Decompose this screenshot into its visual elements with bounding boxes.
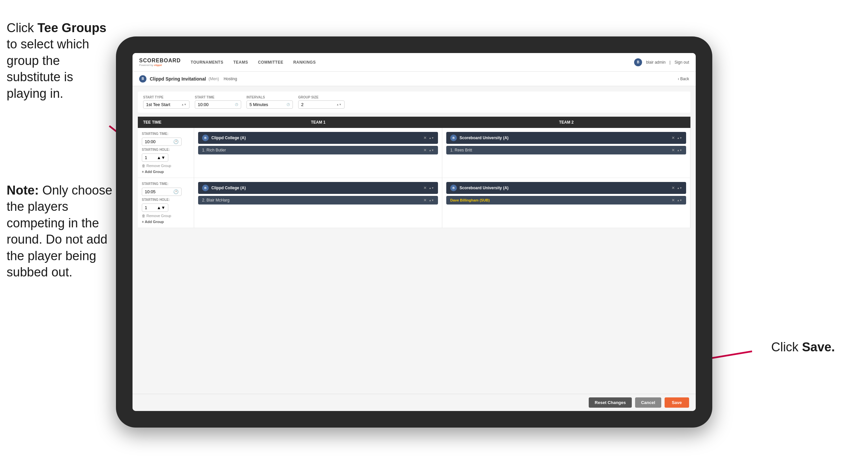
start-time-input[interactable]: 10:00 🕐: [195, 100, 241, 109]
team2-cell-1: B Scoreboard University (A) ✕ ▲▼ 1. Rees…: [442, 128, 690, 178]
save-button[interactable]: Save: [664, 398, 689, 408]
start-time-spinners: 🕐: [235, 103, 238, 106]
user-name: blair admin: [646, 60, 665, 65]
tablet-screen: SCOREBOARD Powered by clippd TOURNAMENTS…: [132, 53, 696, 411]
team-spin-1-2[interactable]: ▲▼: [429, 186, 434, 189]
remove-group-btn-1[interactable]: 🗑 Remove Group: [142, 164, 190, 168]
starting-hole-input-2[interactable]: 1 ▲▼: [142, 204, 168, 212]
team1-2-entry-left: B Clippd College (A): [202, 185, 246, 191]
start-type-label: Start Type: [143, 95, 189, 99]
nav-rankings[interactable]: RANKINGS: [293, 59, 316, 66]
add-group-btn-2[interactable]: + Add Group: [142, 220, 190, 224]
player-spin-2-1[interactable]: ▲▼: [677, 149, 682, 152]
team-remove-btn-1-1[interactable]: ✕: [424, 136, 427, 140]
team2-spin-2[interactable]: ▲▼: [677, 186, 682, 189]
team2-entry-right: ✕ ▲▼: [672, 136, 682, 140]
starting-time-input-1[interactable]: 10:00 🕐: [142, 138, 182, 146]
logo-powered: Powered by clippd: [139, 64, 181, 67]
team2-entry-left: B Scoreboard University (A): [450, 135, 508, 141]
player-spin-1-1[interactable]: ▲▼: [429, 149, 434, 152]
player-spin-2-2[interactable]: ▲▼: [677, 199, 682, 202]
tournament-name: Clippd Spring Invitational: [150, 76, 206, 82]
th-team1: Team 1: [194, 117, 442, 128]
player-name-2-1: 1. Rees Britt: [450, 148, 472, 152]
group-size-spinners[interactable]: ▲▼: [336, 103, 342, 106]
nav-tournaments[interactable]: TOURNAMENTS: [191, 59, 224, 66]
team-name-1-2: Clippd College (A): [211, 185, 246, 190]
main-content: Start Type 1st Tee Start ▲▼ Start Time 1…: [132, 86, 696, 394]
team2-spin-1[interactable]: ▲▼: [677, 137, 682, 140]
group-size-value: 2: [301, 102, 304, 107]
team1-2-entry-right: ✕ ▲▼: [424, 185, 434, 190]
player-spin-1-2[interactable]: ▲▼: [429, 199, 434, 202]
note-instruction: Note: Only choose the players competing …: [7, 182, 119, 281]
starting-hole-input-1[interactable]: 1 ▲▼: [142, 153, 168, 162]
group-row-2: STARTING TIME: 10:05 🕐 STARTING HOLE: 1 …: [138, 178, 690, 228]
starting-time-input-2[interactable]: 10:05 🕐: [142, 187, 182, 196]
group-row: STARTING TIME: 10:00 🕐 STARTING HOLE: 1 …: [138, 128, 690, 178]
intervals-label: Intervals: [247, 95, 293, 99]
team2-remove-btn-1[interactable]: ✕: [672, 136, 675, 140]
back-button[interactable]: ‹ Back: [678, 77, 689, 81]
add-group-btn-1[interactable]: + Add Group: [142, 170, 190, 174]
group-size-input[interactable]: 2 ▲▼: [298, 100, 345, 109]
nav-teams[interactable]: TEAMS: [233, 59, 248, 66]
sub-header: B Clippd Spring Invitational (Men) Hosti…: [132, 71, 696, 86]
user-avatar: B: [634, 58, 642, 66]
intervals-spinners: 🕐: [286, 103, 290, 106]
logo-area: SCOREBOARD Powered by clippd: [139, 58, 181, 67]
player-remove-1-2[interactable]: ✕: [424, 198, 427, 203]
player-entry-2-2[interactable]: Dave Billingham (SUB) ✕ ▲▼: [446, 196, 686, 204]
click-save-pre: Click: [771, 340, 802, 354]
click-save-label: Click Save.: [771, 340, 835, 354]
intervals-input[interactable]: 5 Minutes 🕐: [247, 100, 293, 109]
nav-right: B blair admin | Sign out: [634, 58, 689, 66]
team-entry-1-1[interactable]: B Clippd College (A) ✕ ▲▼: [198, 132, 438, 144]
start-type-input[interactable]: 1st Tee Start ▲▼: [143, 100, 189, 109]
team-icon-1-2: B: [202, 185, 209, 191]
player-remove-2-2[interactable]: ✕: [672, 198, 675, 203]
team-entry-left: B Clippd College (A): [202, 135, 246, 141]
instruction-text-part1: Click: [7, 21, 37, 35]
instruction-text-part2: to select which group the substitute is …: [7, 37, 89, 100]
hosting-badge: Hosting: [224, 77, 237, 81]
sign-out-link[interactable]: Sign out: [675, 60, 689, 65]
intervals-value: 5 Minutes: [249, 102, 268, 107]
start-time-label: Start Time: [195, 95, 241, 99]
tablet-device: SCOREBOARD Powered by clippd TOURNAMENTS…: [116, 36, 712, 428]
tee-time-cell-1: STARTING TIME: 10:00 🕐 STARTING HOLE: 1 …: [138, 128, 194, 178]
team-entry-2-2[interactable]: B Scoreboard University (A) ✕ ▲▼: [446, 182, 686, 194]
nav-committee[interactable]: COMMITTEE: [258, 59, 284, 66]
team1-cell-1: B Clippd College (A) ✕ ▲▼ 1. Rich Butler: [194, 128, 442, 178]
hole-spinners-1[interactable]: ▲▼: [157, 155, 165, 160]
player-entry-1-2[interactable]: 2. Blair McHarg ✕ ▲▼: [198, 196, 438, 204]
player-remove-1-1[interactable]: ✕: [424, 148, 427, 152]
start-type-spinners[interactable]: ▲▼: [181, 103, 187, 106]
team-name-2-2: Scoreboard University (A): [460, 185, 508, 190]
table-header: Tee Time Team 1 Team 2: [138, 117, 690, 128]
team-entry-2-1[interactable]: B Scoreboard University (A) ✕ ▲▼: [446, 132, 686, 144]
player-remove-2-1[interactable]: ✕: [672, 148, 675, 152]
team2-cell-2: B Scoreboard University (A) ✕ ▲▼ Dave Bi…: [442, 178, 690, 228]
start-type-value: 1st Tee Start: [146, 102, 170, 107]
hole-spinners-2[interactable]: ▲▼: [157, 205, 165, 210]
remove-group-btn-2[interactable]: 🗑 Remove Group: [142, 214, 190, 218]
team2-remove-btn-2[interactable]: ✕: [672, 185, 675, 190]
th-tee-time: Tee Time: [138, 117, 194, 128]
team-entry-right: ✕ ▲▼: [424, 136, 434, 140]
reset-changes-button[interactable]: Reset Changes: [589, 398, 632, 408]
team-name-1-1: Clippd College (A): [211, 136, 246, 140]
team-icon-2-1: B: [450, 135, 457, 141]
time-clock-icon-2: 🕐: [173, 189, 179, 194]
team-spin-1-1[interactable]: ▲▼: [429, 137, 434, 140]
team2-2-entry-right: ✕ ▲▼: [672, 185, 682, 190]
top-nav: SCOREBOARD Powered by clippd TOURNAMENTS…: [132, 53, 696, 71]
player-entry-2-1[interactable]: 1. Rees Britt ✕ ▲▼: [446, 146, 686, 154]
cancel-button[interactable]: Cancel: [635, 398, 661, 408]
team-entry-1-2[interactable]: B Clippd College (A) ✕ ▲▼: [198, 182, 438, 194]
team-remove-btn-1-2[interactable]: ✕: [424, 185, 427, 190]
note-body: Only choose the players competing in the…: [7, 183, 112, 279]
player-entry-1-1[interactable]: 1. Rich Butler ✕ ▲▼: [198, 146, 438, 154]
start-time-group: Start Time 10:00 🕐: [195, 95, 241, 109]
note-label: Note:: [7, 183, 42, 197]
